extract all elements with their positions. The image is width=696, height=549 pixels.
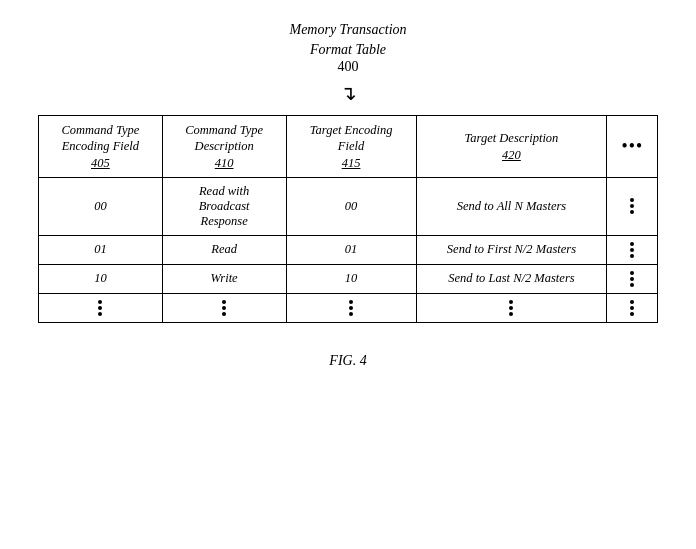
arrow-indicator: ↴ — [340, 81, 357, 105]
title-line1: Memory Transaction — [289, 20, 406, 40]
dots-indicator — [615, 300, 649, 316]
row1-col5 — [607, 177, 658, 235]
row4-col1 — [39, 293, 163, 322]
row2-col2: Read — [162, 235, 286, 264]
row3-col2: Write — [162, 264, 286, 293]
row4-col4 — [416, 293, 607, 322]
header-col2: Command TypeDescription 410 — [162, 116, 286, 178]
row1-col1: 00 — [39, 177, 163, 235]
figure-number: 400 — [289, 59, 406, 75]
header-col3-label: Target EncodingField — [310, 123, 393, 153]
header-col3-sub: 415 — [342, 156, 361, 170]
row1-col2: Read withBroadcastResponse — [162, 177, 286, 235]
header-col4-label: Target Description — [464, 131, 558, 145]
header-col4: Target Description 420 — [416, 116, 607, 178]
figure-label: FIG. 4 — [329, 353, 366, 369]
dots-indicator — [295, 300, 408, 316]
row2-col3: 01 — [286, 235, 416, 264]
row2-col1: 01 — [39, 235, 163, 264]
row3-col4: Send to Last N/2 Masters — [416, 264, 607, 293]
title-line2: Format Table — [289, 40, 406, 60]
dots-indicator — [171, 300, 278, 316]
title-block: Memory Transaction Format Table 400 — [289, 20, 406, 75]
header-col1: Command TypeEncoding Field 405 — [39, 116, 163, 178]
row2-col5 — [607, 235, 658, 264]
table-row: 00 Read withBroadcastResponse 00 Send to… — [39, 177, 658, 235]
table-row: 01 Read 01 Send to First N/2 Masters — [39, 235, 658, 264]
dots-indicator — [615, 198, 649, 214]
row4-col2 — [162, 293, 286, 322]
table-row-dots — [39, 293, 658, 322]
row3-col3: 10 — [286, 264, 416, 293]
table-header-row: Command TypeEncoding Field 405 Command T… — [39, 116, 658, 178]
dots-indicator — [615, 242, 649, 258]
memory-transaction-table: Command TypeEncoding Field 405 Command T… — [38, 115, 658, 323]
header-col1-label: Command TypeEncoding Field — [61, 123, 139, 153]
header-col5: ••• — [607, 116, 658, 178]
header-col4-sub: 420 — [502, 148, 521, 162]
header-col2-label: Command TypeDescription — [185, 123, 263, 153]
dots-indicator — [425, 300, 599, 316]
row4-col5 — [607, 293, 658, 322]
header-col3: Target EncodingField 415 — [286, 116, 416, 178]
row3-col1: 10 — [39, 264, 163, 293]
header-col2-sub: 410 — [215, 156, 234, 170]
dots-indicator — [615, 271, 649, 287]
row1-col3: 00 — [286, 177, 416, 235]
row2-col4: Send to First N/2 Masters — [416, 235, 607, 264]
header-col1-sub: 405 — [91, 156, 110, 170]
row3-col5 — [607, 264, 658, 293]
table-row: 10 Write 10 Send to Last N/2 Masters — [39, 264, 658, 293]
row1-col4: Send to All N Masters — [416, 177, 607, 235]
dots-indicator — [47, 300, 154, 316]
row4-col3 — [286, 293, 416, 322]
